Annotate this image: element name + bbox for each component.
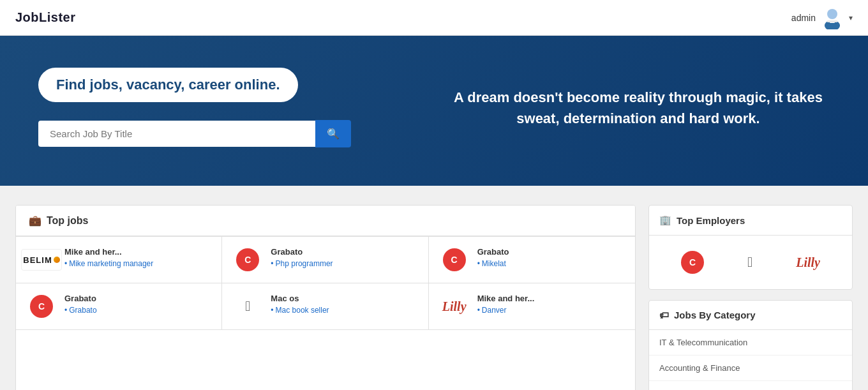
search-bar: 🔍 <box>38 120 351 147</box>
job-card[interactable]: C Grabato Php programmer <box>222 237 428 283</box>
employer-logo-item[interactable]:  <box>747 254 752 271</box>
grabyo-logo: C <box>681 251 704 274</box>
job-title: Danver <box>477 306 625 315</box>
employer-logo-item[interactable]: C <box>681 251 704 274</box>
job-title: Mac book seller <box>271 306 417 315</box>
jobs-grid: BELIM Mike and her... Mike marketing man… <box>16 236 635 330</box>
employers-logos: CLilly <box>649 236 852 289</box>
top-employers-panel: 🏢 Top Employers CLilly <box>648 205 853 290</box>
job-info: Mac os Mac book seller <box>271 294 417 315</box>
hero-tagline-box: Find jobs, vacancy, career online. <box>38 68 298 102</box>
grabyo-logo: C <box>236 248 259 271</box>
employer-logo-item[interactable]: Lilly <box>796 255 820 270</box>
job-logo: C <box>26 294 57 319</box>
user-menu[interactable]: admin ▾ <box>791 6 853 29</box>
avatar-icon <box>821 6 844 29</box>
main-content: 💼 Top jobs BELIM Mike and her... Mike ma… <box>0 186 868 390</box>
search-icon: 🔍 <box>327 128 340 139</box>
tag-icon: 🏷 <box>659 310 669 320</box>
hero-tagline: Find jobs, vacancy, career online. <box>56 77 280 93</box>
job-logo: BELIM <box>26 247 57 273</box>
job-logo: Lilly <box>439 294 470 319</box>
top-jobs-label: Top jobs <box>47 215 88 227</box>
chevron-down-icon[interactable]: ▾ <box>849 13 853 22</box>
grabyo-logo: C <box>30 295 53 318</box>
top-employers-label: Top Employers <box>677 215 745 226</box>
job-logo: C <box>232 247 263 273</box>
job-logo: C <box>439 247 470 273</box>
job-card[interactable]: Lilly Mike and her... Danver <box>429 283 635 330</box>
username-label: admin <box>791 13 816 23</box>
category-item[interactable]: Marketing & Sales <box>649 381 852 390</box>
jobs-by-category-label: Jobs By Category <box>674 310 756 320</box>
job-company: Mike and her... <box>64 247 211 257</box>
job-company: Grabato <box>64 294 211 303</box>
jobs-by-category-header: 🏷 Jobs By Category <box>649 301 852 330</box>
job-company: Mac os <box>271 294 417 303</box>
hero-right: A dream doesn't become reality through m… <box>421 87 830 129</box>
category-item[interactable]: IT & Telecommunication <box>649 330 852 356</box>
job-info: Grabato Mikelat <box>477 247 625 268</box>
lilly-logo: Lilly <box>796 255 820 270</box>
job-title: Mikelat <box>477 259 625 268</box>
belimo-logo: BELIM <box>21 249 61 271</box>
jobs-by-category-panel: 🏷 Jobs By Category IT & Telecommunicatio… <box>648 300 853 390</box>
briefcase-icon: 💼 <box>29 214 41 227</box>
search-button[interactable]: 🔍 <box>315 120 351 147</box>
top-employers-header: 🏢 Top Employers <box>649 206 852 236</box>
hero-left: Find jobs, vacancy, career online. 🔍 <box>38 68 421 147</box>
search-input[interactable] <box>38 121 315 147</box>
job-company: Grabato <box>477 247 625 257</box>
job-title: Mike marketing manager <box>64 259 211 268</box>
svg-point-0 <box>827 9 837 19</box>
job-info: Mike and her... Mike marketing manager <box>64 247 211 268</box>
grabyo-logo: C <box>443 248 466 271</box>
category-list: IT & TelecommunicationAccounting & Finan… <box>649 330 852 390</box>
hero-section: Find jobs, vacancy, career online. 🔍 A d… <box>0 36 868 186</box>
job-card[interactable]: BELIM Mike and her... Mike marketing man… <box>16 237 222 283</box>
job-company: Mike and her... <box>477 294 625 303</box>
job-info: Grabato Grabato <box>64 294 211 315</box>
job-info: Mike and her... Danver <box>477 294 625 315</box>
navbar: JobLister admin ▾ <box>0 0 868 36</box>
job-title: Php programmer <box>271 259 417 268</box>
lilly-logo: Lilly <box>442 299 467 314</box>
job-card[interactable]:  Mac os Mac book seller <box>222 283 428 330</box>
macos-logo:  <box>245 298 250 315</box>
brand-logo: JobLister <box>15 10 76 25</box>
category-item[interactable]: Accounting & Finance <box>649 356 852 381</box>
job-title: Grabato <box>64 306 211 315</box>
macos-logo:  <box>747 254 752 271</box>
building-icon: 🏢 <box>659 214 671 226</box>
top-jobs-header: 💼 Top jobs <box>16 206 635 236</box>
right-sidebar: 🏢 Top Employers CLilly 🏷 Jobs By Catego… <box>648 205 853 390</box>
hero-quote: A dream doesn't become reality through m… <box>447 87 830 129</box>
svg-rect-3 <box>827 20 837 22</box>
job-card[interactable]: C Grabato Mikelat <box>429 237 635 283</box>
job-card[interactable]: C Grabato Grabato <box>16 283 222 330</box>
job-info: Grabato Php programmer <box>271 247 417 268</box>
job-logo:  <box>232 294 263 319</box>
job-company: Grabato <box>271 247 417 257</box>
top-jobs-panel: 💼 Top jobs BELIM Mike and her... Mike ma… <box>15 205 636 390</box>
